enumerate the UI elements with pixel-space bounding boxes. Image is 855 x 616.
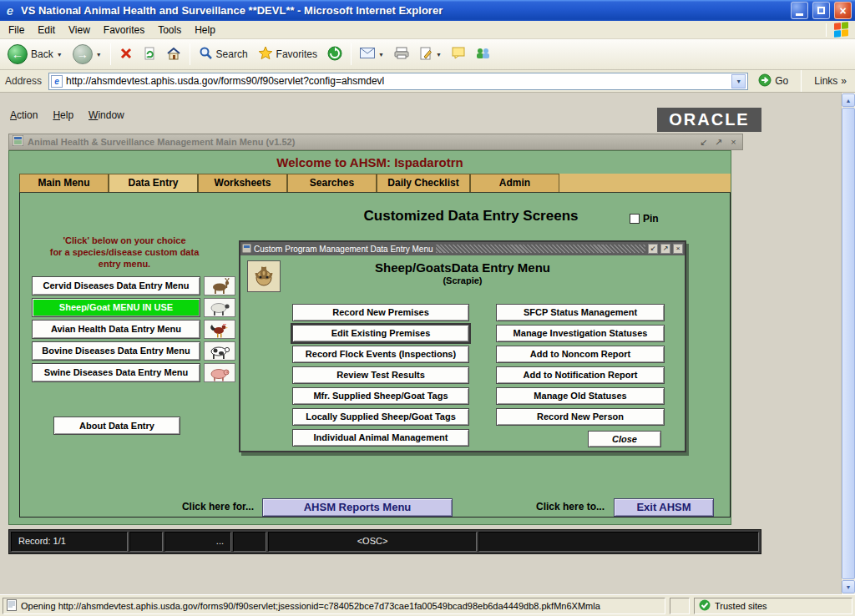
favorites-label: Favorites <box>276 48 317 60</box>
cervid-menu-button[interactable]: Cervid Diseases Data Entry Menu <box>32 276 200 295</box>
ie-icon: e <box>3 3 17 18</box>
record-new-person-button[interactable]: Record New Person <box>496 408 665 426</box>
browser-menubar: File Edit View Favorites Tools Help <box>0 21 855 39</box>
record-indicator: Record: 1/1 <box>11 532 128 552</box>
manage-old-statuses-button[interactable]: Manage Old Statuses <box>496 387 665 405</box>
forward-dropdown-icon[interactable]: ▼ <box>96 52 102 58</box>
dialog-maximize-icon[interactable]: ↗ <box>660 244 670 254</box>
add-to-noncom-report-button[interactable]: Add to Noncom Report <box>496 346 665 363</box>
form-restore-icon[interactable]: ↙ <box>698 137 709 148</box>
tab-searches[interactable]: Searches <box>287 174 377 192</box>
edit-dropdown-icon[interactable]: ▼ <box>436 52 442 58</box>
favorites-button[interactable]: Favorites <box>254 43 321 65</box>
menu-favorites[interactable]: Favorites <box>97 23 151 38</box>
tab-main-menu[interactable]: Main Menu <box>19 174 109 192</box>
status-cell <box>233 532 266 552</box>
forward-button[interactable]: → ▼ <box>68 42 106 67</box>
home-button[interactable] <box>162 44 185 65</box>
pin-checkbox[interactable] <box>630 214 640 224</box>
menu-file[interactable]: File <box>2 23 31 38</box>
vertical-scrollbar[interactable]: ▲ ▼ <box>841 93 855 594</box>
maximize-button[interactable] <box>812 2 830 19</box>
menu-view[interactable]: View <box>62 23 97 38</box>
tab-daily-checklist[interactable]: Daily Checklist <box>377 174 470 192</box>
record-new-premises-button[interactable]: Record New Premises <box>292 304 469 321</box>
dialog-content: Sheep/GoatsData Entry Menu (Scrapie) Rec… <box>240 255 685 451</box>
scrollbar-thumb[interactable] <box>842 108 855 579</box>
add-to-notification-report-button[interactable]: Add to Notification Report <box>496 366 665 384</box>
titlebar[interactable]: e VS National Animal Health and Surveill… <box>0 0 855 21</box>
form-close-icon[interactable]: × <box>728 137 739 147</box>
discuss-icon <box>452 47 465 62</box>
address-dropdown-icon[interactable]: ▼ <box>731 74 746 88</box>
toolbar-separator <box>110 43 111 65</box>
go-button[interactable]: Go <box>753 72 793 91</box>
tab-strip: Main Menu Data Entry Worksheets Searches… <box>19 174 731 193</box>
back-label: Back <box>31 48 53 60</box>
oracle-menu-window[interactable]: Window <box>89 109 124 121</box>
mail-button[interactable]: ▼ <box>356 45 388 63</box>
refresh-button[interactable] <box>139 44 160 65</box>
review-test-results-button[interactable]: Review Test Results <box>292 366 469 384</box>
mfr-supplied-tags-button[interactable]: Mfr. Supplied Sheep/Goat Tags <box>292 387 469 405</box>
tab-worksheets[interactable]: Worksheets <box>198 174 287 192</box>
locally-supplied-tags-button[interactable]: Locally Supplied Sheep/Goat Tags <box>292 408 469 426</box>
page-content: Action Help Window ORACLE Animal Health … <box>0 93 855 594</box>
close-button[interactable]: × <box>834 2 852 19</box>
dialog-left-buttons: Record New Premises Edit Existing Premis… <box>292 304 469 447</box>
refresh-icon <box>143 47 156 63</box>
oracle-menu-action[interactable]: Action <box>10 109 38 121</box>
page-icon: e <box>51 75 63 88</box>
print-button[interactable] <box>390 44 413 64</box>
messenger-button[interactable] <box>471 45 494 64</box>
minimize-icon <box>796 13 803 16</box>
exit-ahsm-button[interactable]: Exit AHSM <box>614 498 714 517</box>
form-window-title: Animal Health & Surveillance Management … <box>28 137 694 147</box>
swine-menu-button[interactable]: Swine Diseases Data Entry Menu <box>32 363 200 382</box>
menu-edit[interactable]: Edit <box>31 23 62 38</box>
oracle-menu-help[interactable]: Help <box>53 109 73 121</box>
links-button[interactable]: Links » <box>809 73 852 88</box>
menu-tools[interactable]: Tools <box>151 23 188 38</box>
instruction-line: 'Click' below on your choice <box>28 235 220 246</box>
menu-help[interactable]: Help <box>188 23 222 38</box>
stop-icon <box>119 47 133 63</box>
toolbar-separator <box>190 43 190 65</box>
dialog-close-button[interactable]: Close <box>588 431 661 447</box>
tab-data-entry[interactable]: Data Entry <box>109 174 198 192</box>
ahsm-reports-menu-button[interactable]: AHSM Reports Menu <box>262 498 453 517</box>
search-button[interactable]: Search <box>195 43 252 65</box>
individual-animal-management-button[interactable]: Individual Animal Management <box>292 429 469 447</box>
home-icon <box>166 47 181 63</box>
mail-dropdown-icon[interactable]: ▼ <box>378 52 384 58</box>
dialog-title: Custom Program Management Data Entry Men… <box>254 245 433 254</box>
sheep-goat-menu-button[interactable]: Sheep/Goat MENU IN USE <box>32 298 200 317</box>
back-button[interactable]: ← Back ▼ <box>3 42 67 67</box>
back-dropdown-icon[interactable]: ▼ <box>57 52 63 58</box>
dialog-subheading: (Scrapie) <box>240 275 685 285</box>
address-input[interactable] <box>66 74 728 88</box>
scroll-up-icon[interactable]: ▲ <box>842 93 855 107</box>
sfcp-status-management-button[interactable]: SFCP Status Management <box>496 304 665 321</box>
scroll-down-icon[interactable]: ▼ <box>842 580 855 593</box>
form-window-titlebar[interactable]: Animal Health & Surveillance Management … <box>8 134 743 150</box>
media-button[interactable] <box>323 43 347 66</box>
windows-logo-icon <box>834 22 848 38</box>
minimize-button[interactable] <box>791 2 808 19</box>
edit-button[interactable]: ▼ <box>415 44 446 65</box>
avian-menu-button[interactable]: Avian Health Data Entry Menu <box>32 320 200 339</box>
record-flock-events-button[interactable]: Record Flock Events (Inspections) <box>292 346 469 363</box>
tab-admin[interactable]: Admin <box>470 174 559 192</box>
stop-button[interactable] <box>115 44 137 65</box>
dialog-heading: Sheep/GoatsData Entry Menu <box>240 260 685 275</box>
edit-existing-premises-button[interactable]: Edit Existing Premises <box>292 325 469 342</box>
dialog-close-icon[interactable]: × <box>673 244 683 254</box>
manage-investigation-statuses-button[interactable]: Manage Investigation Statuses <box>496 325 665 342</box>
discuss-button[interactable] <box>448 44 469 64</box>
dialog-titlebar[interactable]: Custom Program Management Data Entry Men… <box>240 242 685 255</box>
about-data-entry-button[interactable]: About Data Entry <box>53 417 180 435</box>
sheep-goat-dialog: Custom Program Management Data Entry Men… <box>239 240 686 452</box>
dialog-restore-icon[interactable]: ↙ <box>648 244 658 254</box>
form-maximize-icon[interactable]: ↗ <box>713 137 724 148</box>
bovine-menu-button[interactable]: Bovine Diseases Data Entry Menu <box>32 341 200 361</box>
